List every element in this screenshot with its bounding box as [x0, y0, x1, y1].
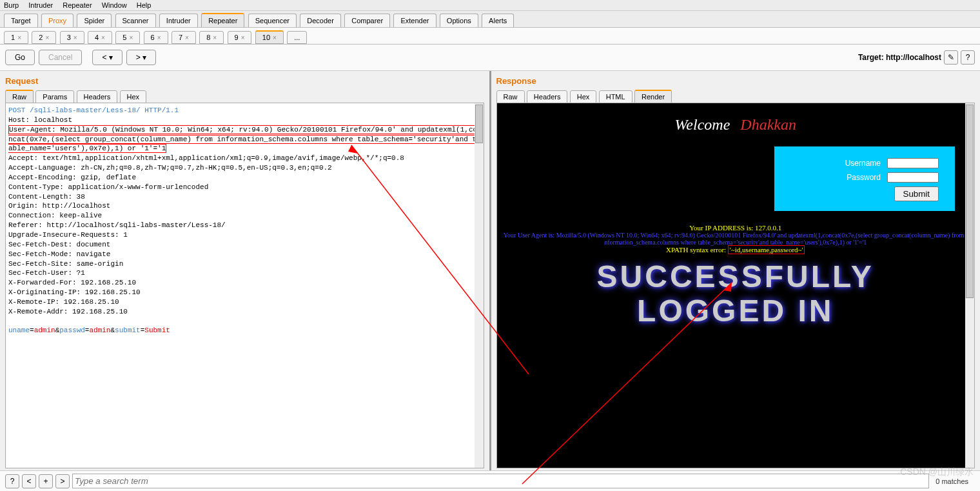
response-panel: Response Raw Headers Hex HTML Render Wel…	[491, 71, 981, 471]
response-scrollbar[interactable]	[965, 103, 974, 468]
search-bar: ? < + > 0 matches	[0, 470, 980, 491]
go-button[interactable]: Go	[5, 50, 35, 65]
request-tabs: 1× 2× 3× 4× 5× 6× 7× 8× 9× 10× ...	[0, 28, 980, 45]
num-tab-3[interactable]: 3×	[60, 31, 84, 44]
ip-address-line: Your IP ADDRESS is: 127.0.0.1	[497, 224, 975, 232]
request-sub-tabs: Raw Params Headers Hex	[5, 90, 484, 103]
menu-help[interactable]: Help	[137, 1, 152, 9]
login-form: Username Password	[774, 146, 955, 211]
menu-bar: Burp Intruder Repeater Window Help	[0, 0, 980, 11]
user-agent-line: Your User Agent is: Mozilla/5.0 (Windows…	[497, 232, 975, 246]
response-render-view: Welcome Dhakkan Username Password Your I…	[496, 103, 975, 468]
close-icon[interactable]: ×	[45, 34, 49, 41]
action-row: Go Cancel < ▾ > ▾ Target: http://localho…	[0, 45, 980, 71]
num-tab-6[interactable]: 6×	[144, 31, 168, 44]
tab-extender[interactable]: Extender	[393, 14, 436, 27]
edit-target-button[interactable]: ✎	[944, 50, 958, 65]
tab-decoder[interactable]: Decoder	[300, 14, 341, 27]
num-tab-5[interactable]: 5×	[115, 31, 140, 44]
next-button[interactable]: > ▾	[126, 50, 156, 65]
search-prev-button[interactable]: <	[22, 474, 36, 488]
request-panel: Request Raw Params Headers Hex POST /sql…	[0, 71, 491, 471]
response-tab-headers[interactable]: Headers	[527, 90, 568, 103]
xpath-error-line: XPATH syntax error: '~id,username,passwo…	[497, 246, 975, 254]
response-tab-raw[interactable]: Raw	[496, 90, 525, 103]
password-label: Password	[847, 173, 881, 182]
request-tab-params[interactable]: Params	[35, 90, 74, 103]
response-title: Response	[496, 74, 975, 88]
username-field[interactable]	[887, 158, 939, 168]
close-icon[interactable]: ×	[17, 34, 21, 41]
request-raw-text[interactable]: POST /sqli-labs-master/Less-18/ HTTP/1.1…	[6, 103, 484, 338]
username-label: Username	[845, 159, 881, 168]
response-tab-render[interactable]: Render	[634, 90, 672, 103]
welcome-heading: Welcome Dhakkan	[497, 116, 975, 134]
num-tab-1[interactable]: 1×	[4, 31, 28, 44]
prev-button[interactable]: < ▾	[92, 50, 122, 65]
response-tab-hex[interactable]: Hex	[570, 90, 597, 103]
target-label: Target: http://localhost	[858, 53, 941, 62]
rendered-page: Welcome Dhakkan Username Password Your I…	[497, 103, 975, 468]
dropdown-icon: ▾	[142, 53, 146, 62]
num-tab-2[interactable]: 2×	[32, 31, 56, 44]
request-title: Request	[5, 74, 484, 88]
close-icon[interactable]: ×	[241, 34, 245, 41]
request-scrollbar[interactable]	[475, 103, 484, 468]
close-icon[interactable]: ×	[129, 34, 133, 41]
num-tab-9[interactable]: 9×	[228, 31, 252, 44]
response-tab-html[interactable]: HTML	[599, 90, 632, 103]
menu-burp[interactable]: Burp	[4, 1, 19, 9]
num-tab-more[interactable]: ...	[287, 31, 307, 44]
request-tab-hex[interactable]: Hex	[120, 90, 147, 103]
request-raw-editor[interactable]: POST /sqli-labs-master/Less-18/ HTTP/1.1…	[5, 103, 484, 468]
close-icon[interactable]: ×	[185, 34, 189, 41]
close-icon[interactable]: ×	[273, 34, 277, 41]
cancel-button[interactable]: Cancel	[39, 50, 82, 65]
close-icon[interactable]: ×	[213, 34, 217, 41]
main-tabs: Target Proxy Spider Scanner Intruder Rep…	[0, 11, 980, 28]
num-tab-10[interactable]: 10×	[255, 30, 284, 44]
search-add-button[interactable]: +	[39, 474, 53, 488]
success-heading: SUCCESSFULLY LOGGED IN	[497, 260, 975, 328]
password-field[interactable]	[887, 172, 939, 183]
menu-repeater[interactable]: Repeater	[63, 1, 92, 9]
tab-sequencer[interactable]: Sequencer	[248, 14, 297, 27]
xpath-error-highlight: '~id,username,password~'	[728, 245, 805, 254]
search-matches: 0 matches	[936, 477, 968, 485]
close-icon[interactable]: ×	[74, 34, 77, 41]
search-input[interactable]	[72, 474, 929, 488]
split-panels: Request Raw Params Headers Hex POST /sql…	[0, 71, 980, 471]
tab-spider[interactable]: Spider	[77, 14, 112, 27]
response-sub-tabs: Raw Headers Hex HTML Render	[496, 90, 975, 103]
watermark: CSDN @山川绿水	[900, 466, 974, 478]
search-help-button[interactable]: ?	[5, 474, 19, 488]
user-agent-highlight: User-Agent: Mozilla/5.0 (Windows NT 10.0…	[8, 125, 477, 154]
num-tab-4[interactable]: 4×	[88, 31, 112, 44]
num-tab-8[interactable]: 8×	[199, 31, 224, 44]
menu-window[interactable]: Window	[102, 1, 127, 9]
menu-intruder[interactable]: Intruder	[28, 1, 53, 9]
close-icon[interactable]: ×	[101, 34, 105, 41]
help-button[interactable]: ?	[961, 50, 975, 65]
tab-alerts[interactable]: Alerts	[482, 14, 514, 27]
num-tab-7[interactable]: 7×	[172, 31, 196, 44]
tab-intruder[interactable]: Intruder	[159, 14, 198, 27]
tab-options[interactable]: Options	[440, 14, 478, 27]
tab-scanner[interactable]: Scanner	[115, 14, 156, 27]
request-tab-raw[interactable]: Raw	[5, 90, 34, 103]
close-icon[interactable]: ×	[157, 34, 161, 41]
tab-comparer[interactable]: Comparer	[344, 14, 390, 27]
dropdown-icon: ▾	[109, 53, 113, 62]
submit-button[interactable]	[894, 186, 939, 201]
search-next-button[interactable]: >	[55, 474, 70, 488]
tab-target[interactable]: Target	[4, 14, 38, 27]
request-tab-headers[interactable]: Headers	[77, 90, 118, 103]
tab-proxy[interactable]: Proxy	[41, 14, 74, 27]
tab-repeater[interactable]: Repeater	[201, 13, 244, 27]
